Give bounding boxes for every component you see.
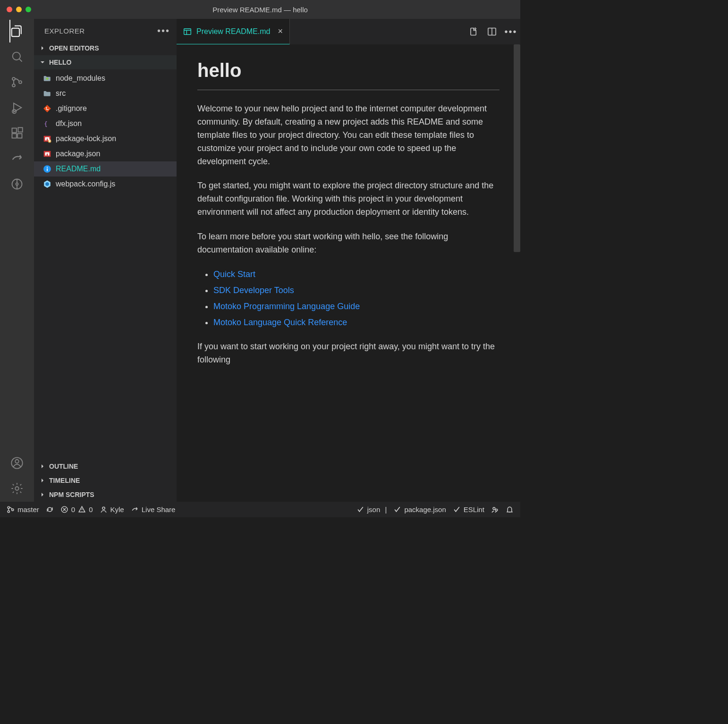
preview-p3: To learn more before you start working w… — [197, 230, 499, 257]
tree-item-readme-md[interactable]: README.md — [34, 161, 177, 177]
open-changes-icon[interactable] — [464, 19, 483, 44]
status-liveshare-label: Live Share — [142, 505, 176, 514]
section-timeline-label: TIMELINE — [49, 477, 80, 484]
tree-item-label: package.json — [56, 150, 100, 158]
preview-icon — [183, 27, 192, 36]
run-debug-icon[interactable] — [9, 100, 25, 115]
tab-more-icon[interactable]: ••• — [501, 19, 520, 44]
source-control-icon[interactable] — [9, 75, 25, 90]
tree-item-label: src — [56, 89, 66, 98]
status-eslint-label: ESLint — [464, 505, 484, 514]
svg-rect-5 — [12, 128, 17, 133]
svg-rect-7 — [17, 134, 22, 138]
settings-gear-icon[interactable] — [9, 481, 25, 496]
tree-item-package-json[interactable]: package.json — [34, 146, 177, 161]
tree-item-label: dfx.json — [56, 119, 82, 128]
vertical-scrollbar[interactable] — [514, 44, 520, 252]
section-npm-scripts[interactable]: NPM SCRIPTS — [34, 488, 177, 502]
file-icon — [42, 134, 52, 143]
tree-item-package-lock-json[interactable]: package-lock.json — [34, 131, 177, 146]
preview-p1: Welcome to your new hello project and to… — [197, 102, 499, 168]
preview-rule — [197, 90, 499, 90]
status-package-label: package.json — [404, 505, 446, 514]
file-icon — [42, 149, 52, 159]
tree-item-webpack-config-js[interactable]: webpack.config.js — [34, 177, 177, 192]
tree-item-label: package-lock.json — [56, 135, 116, 143]
activity-bar — [0, 19, 34, 502]
editor-area: Preview README.md × ••• hello Welcome to… — [177, 19, 520, 502]
account-icon[interactable] — [9, 455, 25, 471]
tab-label: Preview README.md — [196, 27, 270, 36]
svg-rect-6 — [12, 134, 17, 138]
extensions-icon[interactable] — [9, 126, 25, 141]
status-bar: master 0 0 Kyle Live Share json | packag… — [0, 502, 520, 517]
file-icon: { } — [42, 119, 52, 128]
split-editor-icon[interactable] — [483, 19, 501, 44]
file-icon — [42, 179, 52, 189]
svg-point-13 — [15, 487, 18, 490]
doc-link[interactable]: SDK Developer Tools — [213, 286, 294, 295]
tree-item-label: .gitignore — [56, 104, 87, 113]
doc-link[interactable]: Motoko Language Quick Reference — [213, 318, 347, 327]
section-outline[interactable]: OUTLINE — [34, 459, 177, 473]
preview-links: Quick StartSDK Developer ToolsMotoko Pro… — [197, 268, 499, 329]
svg-point-28 — [12, 509, 14, 511]
file-icon — [42, 104, 52, 113]
svg-text:{ }: { } — [44, 121, 51, 127]
status-problems[interactable]: 0 0 — [60, 505, 93, 514]
svg-point-10 — [16, 183, 18, 185]
file-icon — [42, 74, 52, 83]
window-title: Preview README.md — hello — [0, 6, 520, 14]
svg-rect-20 — [44, 151, 51, 157]
file-tree: node_modulessrc.gitignore{ }dfx.jsonpack… — [34, 69, 177, 193]
tree-item-label: webpack.config.js — [56, 180, 115, 188]
status-bell-icon[interactable] — [506, 505, 514, 514]
section-open-editors-label: OPEN EDITORS — [49, 44, 99, 52]
explorer-icon[interactable] — [9, 24, 25, 39]
sidebar: EXPLORER ••• OPEN EDITORS HELLO node_mod… — [34, 19, 177, 502]
markdown-preview[interactable]: hello Welcome to your new hello project … — [177, 44, 520, 502]
status-liveshare[interactable]: Live Share — [131, 505, 176, 514]
tab-preview-readme[interactable]: Preview README.md × — [177, 19, 290, 44]
svg-rect-23 — [47, 167, 48, 168]
status-user[interactable]: Kyle — [100, 505, 124, 514]
tree-item-label: node_modules — [56, 74, 105, 83]
svg-point-26 — [8, 506, 9, 508]
status-json[interactable]: json | — [356, 505, 387, 514]
status-sync[interactable] — [46, 505, 54, 514]
preview-p2: To get started, you might want to explor… — [197, 179, 499, 219]
svg-rect-22 — [47, 168, 48, 171]
tree-item--gitignore[interactable]: .gitignore — [34, 101, 177, 116]
status-feedback-icon[interactable] — [491, 505, 499, 514]
tree-item-src[interactable]: src — [34, 86, 177, 101]
svg-point-27 — [8, 511, 9, 513]
share-icon[interactable] — [9, 151, 25, 166]
list-item: Quick Start — [213, 268, 499, 281]
section-outline-label: OUTLINE — [49, 463, 78, 470]
list-item: Motoko Programming Language Guide — [213, 300, 499, 313]
sidebar-more-icon[interactable]: ••• — [157, 25, 170, 36]
svg-point-30 — [102, 507, 104, 509]
gitlens-icon[interactable] — [9, 177, 25, 192]
status-package[interactable]: package.json — [393, 505, 446, 514]
titlebar: Preview README.md — hello — [0, 0, 520, 19]
status-branch-label: master — [17, 505, 39, 514]
doc-link[interactable]: Quick Start — [213, 269, 255, 279]
file-icon — [42, 89, 52, 98]
status-eslint[interactable]: ESLint — [453, 505, 484, 514]
svg-point-1 — [12, 77, 15, 80]
tab-close-icon[interactable]: × — [278, 26, 283, 36]
svg-point-12 — [15, 460, 18, 463]
svg-point-32 — [496, 509, 498, 511]
status-branch[interactable]: master — [7, 505, 39, 514]
section-project[interactable]: HELLO — [34, 55, 177, 69]
tree-item-dfx-json[interactable]: { }dfx.json — [34, 116, 177, 131]
section-open-editors[interactable]: OPEN EDITORS — [34, 41, 177, 55]
section-timeline[interactable]: TIMELINE — [34, 473, 177, 488]
tree-item-node-modules[interactable]: node_modules — [34, 71, 177, 86]
doc-link[interactable]: Motoko Programming Language Guide — [213, 302, 360, 311]
svg-point-0 — [13, 52, 20, 60]
search-icon[interactable] — [9, 49, 25, 64]
tab-bar: Preview README.md × ••• — [177, 19, 520, 44]
status-warnings-count: 0 — [89, 505, 93, 514]
